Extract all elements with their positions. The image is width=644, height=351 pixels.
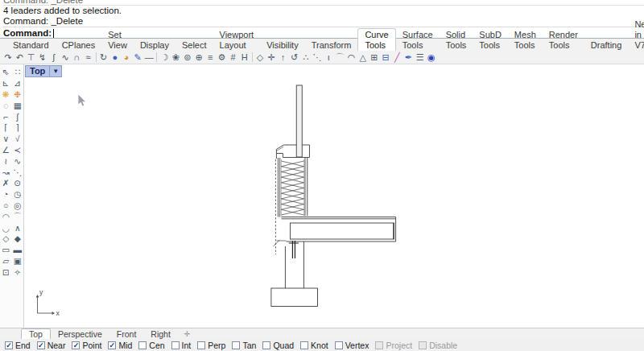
checkbox-mid[interactable]: ✓ — [108, 341, 116, 349]
osnap-end[interactable]: ✓End — [5, 341, 31, 350]
tab-transform[interactable]: Transform — [305, 39, 358, 51]
sidebar-tool-icon[interactable]: ∧ — [14, 223, 21, 233]
osnap-cen[interactable]: Cen — [138, 341, 164, 350]
viewport-tab-perspective[interactable]: Perspective — [51, 329, 109, 339]
toolbar-icon[interactable]: ⚙ — [216, 51, 227, 64]
sidebar-tool-icon[interactable]: ❉ — [14, 89, 21, 100]
toolbar-icon[interactable]: ☽ — [159, 51, 170, 64]
toolbar-icon[interactable]: # — [228, 51, 239, 64]
tab-select[interactable]: Select — [175, 39, 213, 51]
osnap-quad[interactable]: Quad — [262, 341, 294, 350]
sidebar-tool-icon[interactable]: √ — [15, 134, 20, 144]
toolbar-icon[interactable]: ❀ — [171, 51, 182, 64]
toolbar-icon[interactable]: ✎ — [132, 51, 143, 64]
toolbar-icon[interactable]: ≡ — [204, 51, 216, 64]
sidebar-tool-icon[interactable]: ◷ — [14, 189, 21, 200]
tab-display[interactable]: Display — [134, 39, 175, 51]
osnap-vertex[interactable]: Vertex — [335, 341, 369, 350]
tab-solid-tools[interactable]: Solid Tools — [440, 29, 473, 51]
osnap-near[interactable]: ✓Near — [37, 341, 66, 350]
toolbar-icon[interactable]: ⊚ — [182, 51, 193, 64]
toolbar-icon[interactable]: ↶ — [14, 51, 25, 64]
sidebar-tool-icon[interactable]: ⊿ — [14, 78, 21, 89]
sidebar-tool-icon[interactable]: ⇖ — [2, 67, 10, 77]
viewport-top[interactable]: Top ▼ — [24, 64, 644, 328]
sidebar-tool-icon[interactable]: ✧ — [14, 267, 21, 278]
toolbar-icon[interactable]: ⊞ — [369, 51, 380, 64]
toolbar-icon[interactable]: ◕ — [121, 51, 132, 64]
toolbar-icon[interactable]: ↯ — [37, 51, 48, 64]
viewport-tab-top[interactable]: Top — [21, 328, 51, 339]
sidebar-tool-icon[interactable]: ◡ — [2, 223, 10, 233]
toolbar-icon[interactable]: ◠ — [345, 51, 357, 64]
sidebar-tool-icon[interactable]: ⌒ — [14, 212, 23, 222]
toolbar-icon[interactable]: ◉ — [426, 51, 437, 64]
tab-new-in-v7[interactable]: New in V7 — [628, 19, 644, 51]
sidebar-tool-icon[interactable]: ∠ — [2, 145, 10, 155]
sidebar-tool-icon[interactable]: ≺ — [14, 145, 21, 155]
sidebar-tool-icon[interactable]: ▬ — [14, 245, 23, 255]
checkbox-vertex[interactable] — [335, 341, 343, 349]
toolbar-icon[interactable]: ⊟ — [380, 51, 391, 64]
tab-set-view[interactable]: Set View — [101, 29, 134, 51]
sidebar-tool-icon[interactable]: ▣ — [14, 256, 22, 266]
toolbar-icon[interactable]: ↺ — [289, 51, 300, 64]
tab-visibility[interactable]: Visibility — [260, 39, 305, 51]
osnap-knot[interactable]: Knot — [300, 341, 328, 350]
checkbox-end[interactable]: ✓ — [5, 341, 13, 349]
toolbar-icon[interactable]: ∴ — [300, 51, 312, 64]
sidebar-tool-icon[interactable]: ◔ — [3, 189, 8, 200]
sidebar-tool-icon[interactable]: ↝ — [2, 167, 10, 178]
viewport-tab-front[interactable]: Front — [109, 329, 144, 339]
sidebar-tool-icon[interactable]: ∿ — [14, 156, 21, 167]
toolbar-icon[interactable]: ◇ — [254, 51, 266, 64]
osnap-tan[interactable]: Tan — [232, 341, 256, 350]
sidebar-tool-icon[interactable]: ◇ — [2, 233, 9, 244]
osnap-mid[interactable]: ✓Mid — [108, 341, 132, 350]
sidebar-tool-icon[interactable]: ⌐ — [3, 112, 8, 122]
tab-curve-tools[interactable]: Curve Tools — [357, 28, 395, 51]
sidebar-tool-icon[interactable]: ≀ — [4, 156, 7, 167]
sidebar-tool-icon[interactable]: ○ — [3, 200, 8, 211]
checkbox-point[interactable]: ✓ — [72, 341, 80, 349]
toolbar-icon[interactable]: ● — [109, 51, 121, 64]
checkbox-quad[interactable] — [262, 341, 270, 349]
viewport-tab-right[interactable]: Right — [143, 329, 178, 339]
sidebar-tool-icon[interactable]: ◠ — [2, 212, 10, 222]
sidebar-tool-icon[interactable]: ❋ — [2, 89, 10, 100]
viewport-title[interactable]: Top — [26, 66, 49, 76]
osnap-point[interactable]: ✓Point — [72, 341, 101, 350]
toolbar-icon[interactable]: ↻ — [98, 51, 109, 64]
toolbar-icon[interactable]: H — [239, 51, 250, 64]
sidebar-tool-icon[interactable]: ⌉ — [16, 122, 19, 133]
tab-surface-tools[interactable]: Surface Tools — [396, 29, 440, 51]
sidebar-tool-icon[interactable]: ⋱ — [14, 167, 23, 178]
toolbar-icon[interactable]: ↑ — [277, 51, 288, 64]
checkbox-int[interactable] — [171, 341, 180, 349]
toolbar-icon[interactable]: ∩ — [71, 51, 82, 64]
toolbar-icon[interactable]: ʃ — [48, 51, 60, 64]
osnap-int[interactable]: Int — [171, 341, 192, 350]
tab-subd-tools[interactable]: SubD Tools — [473, 29, 508, 51]
sidebar-tool-icon[interactable]: ⊾ — [2, 78, 10, 89]
new-viewport-icon[interactable]: ✛ — [184, 329, 191, 339]
viewport-title-dropdown[interactable]: Top ▼ — [25, 65, 62, 77]
checkbox-cen[interactable] — [138, 341, 147, 349]
sidebar-tool-icon[interactable]: ▭ — [2, 245, 10, 255]
chevron-down-icon[interactable]: ▼ — [49, 66, 61, 76]
checkbox-near[interactable]: ✓ — [37, 341, 45, 349]
sidebar-tool-icon[interactable]: ✗ — [2, 178, 10, 188]
sidebar-tool-icon[interactable]: ⌈ — [4, 122, 7, 133]
sidebar-tool-icon[interactable]: ▦ — [14, 101, 22, 111]
sidebar-tool-icon[interactable]: ◆ — [14, 233, 21, 244]
toolbar-icon[interactable]: ☰ — [415, 51, 426, 64]
toolbar-icon[interactable]: ╱ — [391, 51, 402, 64]
toolbar-icon[interactable]: ⊕ — [193, 51, 204, 64]
checkbox-perp[interactable] — [197, 341, 205, 349]
tab-cplanes[interactable]: CPlanes — [56, 39, 102, 51]
tab-standard[interactable]: Standard — [6, 39, 56, 51]
toolbar-icon[interactable]: △ — [357, 51, 369, 64]
toolbar-icon[interactable]: ✛ — [266, 51, 277, 64]
sidebar-tool-icon[interactable]: ◌ — [3, 101, 8, 111]
sidebar-tool-icon[interactable]: ⊙ — [14, 178, 21, 188]
